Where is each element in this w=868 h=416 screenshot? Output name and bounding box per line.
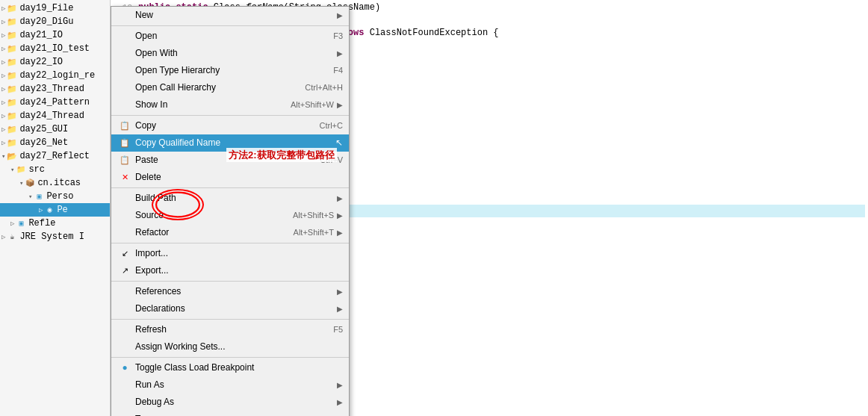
menu-label-debug-as: Debug As (135, 396, 334, 409)
expand-icon: ▾ (19, 179, 23, 187)
tree-label: Refle (28, 218, 55, 229)
folder-icon: 📁 (6, 110, 18, 122)
tree-item-day26[interactable]: ▷ 📁 day26_Net (0, 136, 110, 149)
menu-label-export: Export... (135, 264, 343, 277)
menu-item-open[interactable]: Open F3 (111, 28, 349, 45)
menu-label-references: References (135, 285, 334, 298)
tree-item-day19[interactable]: ▷ 📁 day19_File (0, 1, 110, 15)
menu-item-declarations[interactable]: Declarations ▶ (111, 300, 349, 317)
menu-shortcut-open: F3 (333, 30, 343, 43)
tree-label: day21_IO (19, 30, 63, 40)
menu-item-delete[interactable]: ✕ Delete (111, 169, 349, 186)
tree-label: day20_DiGu (19, 16, 73, 27)
menu-item-source[interactable]: Source Alt+Shift+S ▶ (111, 207, 349, 224)
menu-item-run-as[interactable]: Run As ▶ (111, 376, 349, 394)
menu-item-build-path[interactable]: Build Path ▶ (111, 190, 349, 207)
tree-label: day24_Pattern (19, 97, 90, 108)
tree-item-day21iotest[interactable]: ▷ 📁 day21_IO_test (0, 42, 110, 55)
folder-icon: 📁 (6, 83, 18, 95)
tree-label: day26_Net (19, 137, 68, 148)
menu-shortcut-refresh: F5 (333, 323, 343, 336)
menu-item-paste[interactable]: 📋 Paste Ctrl+V (111, 152, 349, 169)
menu-item-debug-as[interactable]: Debug As ▶ (111, 394, 349, 411)
import-icon: ↙ (117, 247, 132, 260)
tree-item-pe[interactable]: ▷ ◉ Pe (0, 203, 110, 217)
submenu-arrow: ▶ (337, 302, 343, 315)
context-menu[interactable]: New ▶ Open F3 Open With ▶ Open Type Hier… (111, 6, 350, 416)
menu-shortcut-open-call: Ctrl+Alt+H (305, 81, 343, 94)
tree-label: day23_Thread (19, 84, 84, 94)
tree-label: cn.itcas (37, 178, 81, 188)
folder-icon: 📂 (6, 150, 18, 162)
tree-item-day24pattern[interactable]: ▷ 📁 day24_Pattern (0, 96, 110, 109)
menu-separator (111, 357, 349, 358)
menu-label-import: Import... (135, 247, 343, 260)
tree-item-day27[interactable]: ▾ 📂 day27_Reflect (0, 149, 110, 163)
menu-item-open-with[interactable]: Open With ▶ (111, 45, 349, 62)
tree-label: day24_Thread (19, 111, 84, 121)
tree-label: src (28, 164, 45, 175)
menu-item-references[interactable]: References ▶ (111, 283, 349, 300)
expand-icon: ▷ (1, 99, 5, 107)
tree-item-day23[interactable]: ▷ 📁 day23_Thread (0, 82, 110, 96)
export-icon: ↗ (117, 264, 132, 277)
menu-item-refresh[interactable]: Refresh F5 (111, 321, 349, 338)
menu-item-team[interactable]: Team ▶ (111, 411, 349, 416)
tree-item-person[interactable]: ▾ ▣ Perso (0, 190, 110, 203)
tree-item-reflect[interactable]: ▷ ▣ Refle (0, 217, 110, 230)
delete-icon: ✕ (117, 171, 132, 184)
tree-item-src[interactable]: ▾ 📁 src (0, 163, 110, 176)
menu-label-team: Team (135, 413, 334, 416)
tree-item-day25[interactable]: ▷ 📁 day25_GUI (0, 122, 110, 136)
menu-label-open: Open (135, 30, 318, 43)
class-icon: ▣ (33, 190, 45, 202)
tree-item-day22io[interactable]: ▷ 📁 day22_IO (0, 55, 110, 69)
menu-label-refactor: Refactor (135, 226, 279, 239)
folder-icon: 📁 (6, 16, 18, 28)
tree-item-cnitcas[interactable]: ▾ 📦 cn.itcas (0, 176, 110, 190)
menu-item-open-call[interactable]: Open Call Hierarchy Ctrl+Alt+H (111, 79, 349, 96)
submenu-arrow: ▶ (337, 99, 343, 111)
menu-item-new[interactable]: New ▶ (111, 7, 349, 24)
tree-item-jre[interactable]: ▷ ☕ JRE System I (0, 230, 110, 243)
menu-item-assign[interactable]: Assign Working Sets... (111, 338, 349, 356)
expand-icon: ▾ (28, 193, 32, 201)
menu-item-export[interactable]: ↗ Export... (111, 262, 349, 279)
tree-item-day24thread[interactable]: ▷ 📁 day24_Thread (0, 109, 110, 122)
submenu-arrow: ▶ (337, 47, 343, 60)
menu-shortcut-source: Alt+Shift+S (293, 209, 334, 222)
expand-icon: ▷ (1, 233, 5, 241)
folder-icon: 📁 (6, 43, 18, 55)
tree-label: day25_GUI (19, 124, 68, 134)
menu-label-copy: Copy (135, 119, 305, 132)
menu-item-import[interactable]: ↙ Import... (111, 245, 349, 262)
expand-icon: ▷ (1, 31, 5, 40)
menu-label-open-with: Open With (135, 47, 334, 60)
menu-shortcut-copy: Ctrl+C (320, 119, 343, 132)
tree-item-day21io[interactable]: ▷ 📁 day21_IO (0, 28, 110, 42)
menu-label-show-in: Show In (135, 99, 276, 111)
file-tree[interactable]: ▷ 📁 day19_File ▷ 📁 day20_DiGu ▷ 📁 day21_… (0, 0, 111, 416)
tree-item-day20[interactable]: ▷ 📁 day20_DiGu (0, 15, 110, 28)
submenu-arrow: ▶ (337, 396, 343, 409)
menu-label-toggle: Toggle Class Load Breakpoint (135, 361, 343, 374)
menu-item-show-in[interactable]: Show In Alt+Shift+W ▶ (111, 96, 349, 114)
menu-item-open-type[interactable]: Open Type Hierarchy F4 (111, 62, 349, 79)
expand-icon: ▷ (1, 72, 5, 80)
menu-item-copy-qualified[interactable]: 📋 Copy Qualified Name ↖ (111, 134, 349, 152)
menu-item-refactor[interactable]: Refactor Alt+Shift+T ▶ (111, 224, 349, 241)
tree-label: Perso (46, 191, 73, 202)
menu-label-paste: Paste (135, 154, 305, 167)
tree-item-day22login[interactable]: ▷ 📁 day22_login_re (0, 69, 110, 82)
folder-icon: 📁 (6, 29, 18, 41)
menu-item-toggle[interactable]: ● Toggle Class Load Breakpoint (111, 359, 349, 376)
menu-shortcut-show-in: Alt+Shift+W (291, 99, 334, 111)
menu-item-copy[interactable]: 📋 Copy Ctrl+C (111, 117, 349, 134)
expand-icon: ▷ (1, 112, 5, 120)
folder-icon: 📁 (6, 2, 18, 14)
expand-icon: ▷ (1, 139, 5, 147)
expand-icon: ▷ (39, 206, 43, 214)
submenu-arrow: ▶ (337, 379, 343, 391)
menu-label-delete: Delete (135, 171, 343, 184)
interface-icon: ◉ (43, 204, 55, 216)
